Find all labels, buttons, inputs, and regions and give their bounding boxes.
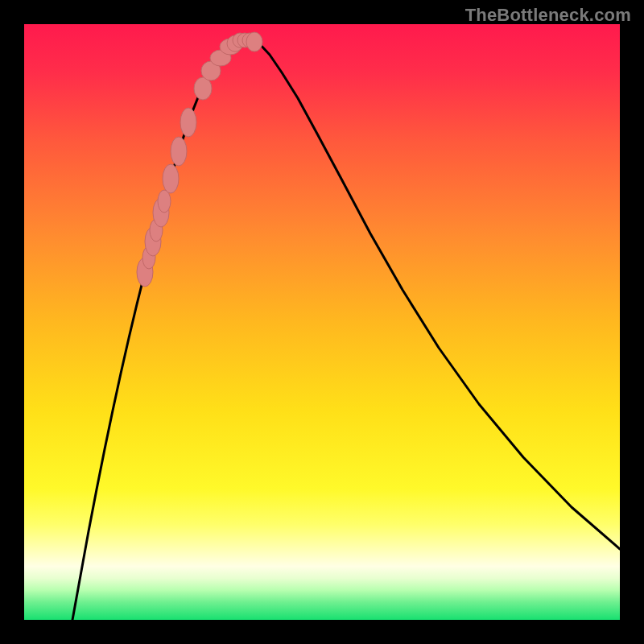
- watermark-text: TheBottleneck.com: [465, 5, 631, 26]
- curve-marker: [158, 190, 171, 213]
- curve-marker: [246, 32, 262, 52]
- curve-marker: [180, 108, 196, 137]
- curve-marker: [171, 137, 187, 166]
- curve-marker: [163, 164, 179, 193]
- bottleneck-chart: [24, 24, 620, 620]
- chart-container: [24, 24, 620, 620]
- gradient-background: [24, 24, 620, 620]
